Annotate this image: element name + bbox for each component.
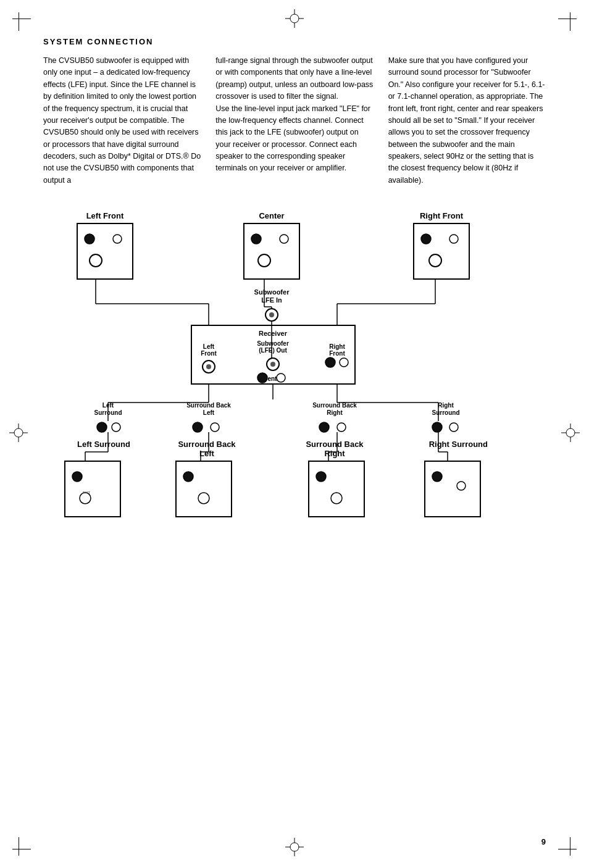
svg-point-0 bbox=[290, 14, 299, 23]
text-col-3-content: Make sure that you have configured your … bbox=[388, 55, 546, 186]
svg-point-26 bbox=[251, 234, 261, 244]
svg-text:Right Surround: Right Surround bbox=[429, 440, 488, 449]
svg-rect-20 bbox=[77, 223, 133, 279]
reg-mark-tr bbox=[552, 12, 577, 37]
svg-text:Surround: Surround bbox=[432, 409, 460, 416]
page: SYSTEM CONNECTION The CVSUB50 subwoofer … bbox=[0, 0, 589, 868]
svg-point-70 bbox=[432, 422, 442, 432]
svg-point-38 bbox=[269, 312, 274, 317]
svg-point-89 bbox=[432, 472, 442, 482]
text-col-2: full-range signal through the subwoofer … bbox=[215, 55, 373, 186]
svg-point-63 bbox=[211, 423, 219, 432]
svg-text:Left: Left bbox=[199, 449, 215, 458]
svg-text:Receiver: Receiver bbox=[259, 330, 288, 337]
crosshair-left-icon bbox=[9, 424, 28, 444]
svg-point-83 bbox=[183, 472, 193, 482]
svg-rect-88 bbox=[425, 461, 480, 517]
svg-text:Left: Left bbox=[203, 343, 215, 350]
svg-point-10 bbox=[566, 428, 575, 437]
svg-rect-82 bbox=[176, 461, 232, 517]
svg-text:Subwoofer: Subwoofer bbox=[257, 340, 289, 347]
svg-text:Front: Front bbox=[329, 350, 345, 357]
text-col-3: Make sure that you have configured your … bbox=[388, 55, 546, 186]
crosshair-bottom-icon bbox=[285, 838, 304, 859]
text-col-1: The CVSUB50 subwoofer is equipped with o… bbox=[43, 55, 201, 186]
svg-text:Right: Right bbox=[327, 409, 343, 416]
svg-rect-30 bbox=[414, 223, 469, 279]
reg-mark-br bbox=[552, 831, 577, 856]
text-col-2-content: full-range signal through the subwoofer … bbox=[215, 55, 373, 175]
svg-point-27 bbox=[280, 235, 288, 243]
svg-point-44 bbox=[206, 364, 211, 369]
svg-text:Front: Front bbox=[201, 350, 217, 357]
svg-text:Subwoofer: Subwoofer bbox=[254, 288, 290, 296]
svg-point-84 bbox=[198, 493, 209, 504]
svg-point-48 bbox=[270, 362, 275, 367]
system-connection-diagram: Left Front Center Right Front Subwoofer … bbox=[43, 205, 546, 625]
svg-point-62 bbox=[193, 422, 203, 432]
reg-mark-bl bbox=[12, 831, 37, 856]
svg-point-28 bbox=[258, 254, 270, 267]
svg-point-54 bbox=[257, 373, 267, 383]
reg-mark-tl bbox=[12, 12, 37, 37]
svg-point-59 bbox=[112, 423, 120, 432]
section-title: SYSTEM CONNECTION bbox=[43, 37, 546, 46]
svg-point-22 bbox=[113, 235, 122, 243]
svg-text:Right Front: Right Front bbox=[420, 211, 464, 220]
svg-text:Left Surround: Left Surround bbox=[77, 440, 130, 449]
svg-text:Surround Back: Surround Back bbox=[178, 440, 236, 449]
svg-text:Center: Center bbox=[259, 211, 284, 220]
page-number: 9 bbox=[541, 837, 546, 846]
svg-point-33 bbox=[429, 254, 441, 267]
svg-point-71 bbox=[449, 423, 458, 432]
svg-point-5 bbox=[290, 843, 299, 851]
svg-text:Left Front: Left Front bbox=[86, 211, 124, 220]
svg-point-86 bbox=[316, 472, 326, 482]
svg-point-66 bbox=[319, 422, 329, 432]
svg-point-55 bbox=[277, 373, 285, 382]
svg-point-51 bbox=[325, 357, 335, 367]
svg-point-15 bbox=[14, 428, 23, 437]
svg-rect-25 bbox=[244, 223, 299, 279]
text-col-1-content: The CVSUB50 subwoofer is equipped with o… bbox=[43, 55, 201, 186]
svg-text:Surround Back: Surround Back bbox=[306, 440, 364, 449]
diagram-svg: Left Front Center Right Front Subwoofer … bbox=[43, 205, 549, 625]
text-columns: The CVSUB50 subwoofer is equipped with o… bbox=[43, 55, 546, 186]
svg-text:Right: Right bbox=[438, 402, 454, 409]
svg-point-67 bbox=[337, 423, 346, 432]
svg-point-31 bbox=[421, 234, 431, 244]
svg-point-23 bbox=[90, 254, 102, 267]
svg-point-79 bbox=[72, 472, 82, 482]
svg-point-52 bbox=[340, 358, 348, 367]
svg-point-58 bbox=[97, 422, 107, 432]
svg-text:Right: Right bbox=[329, 343, 345, 350]
svg-text:Right: Right bbox=[324, 449, 345, 458]
svg-point-21 bbox=[85, 234, 94, 244]
svg-text:Left: Left bbox=[203, 409, 215, 416]
svg-rect-85 bbox=[309, 461, 364, 517]
svg-point-90 bbox=[457, 482, 466, 490]
crosshair-top-icon bbox=[285, 9, 304, 30]
svg-point-87 bbox=[331, 493, 342, 504]
crosshair-right-icon bbox=[561, 424, 580, 444]
svg-point-81 bbox=[80, 493, 91, 504]
svg-text:(LFE) Out: (LFE) Out bbox=[259, 347, 287, 354]
svg-point-32 bbox=[449, 235, 458, 243]
svg-rect-78 bbox=[65, 461, 120, 517]
